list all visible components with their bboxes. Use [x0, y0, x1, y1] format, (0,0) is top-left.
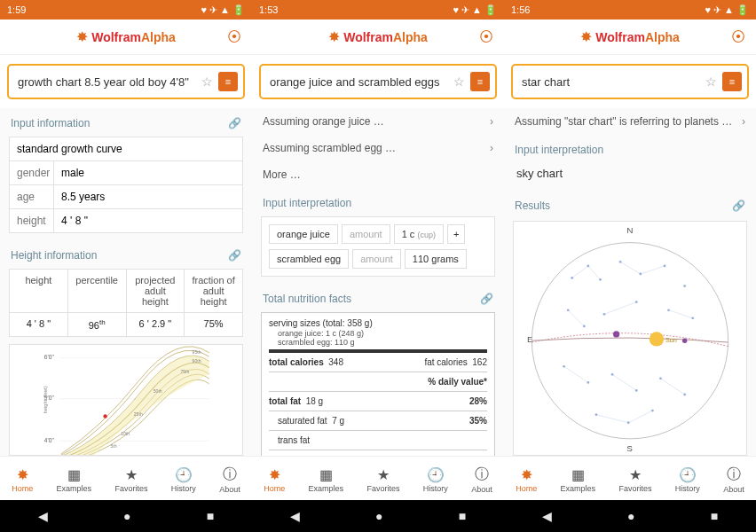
favorite-icon[interactable]: ☆ — [705, 74, 717, 89]
svg-point-15 — [532, 243, 728, 439]
svg-text:95th: 95th — [193, 349, 201, 355]
bottom-nav: ✸Home ▦Examples ★Favorites 🕘History ⓘAbo… — [252, 456, 504, 500]
amount-chip[interactable]: amount — [352, 249, 401, 269]
status-icons: ♥ ✈ ▲ 🔋 — [705, 4, 749, 16]
home-button[interactable]: ● — [627, 509, 634, 523]
svg-text:Sun: Sun — [665, 336, 677, 344]
qty-chip[interactable]: 1 c (cup) — [394, 224, 444, 244]
share-icon[interactable]: ⦿ — [227, 29, 241, 45]
food-chip[interactable]: orange juice — [269, 224, 338, 244]
chevron-right-icon: › — [490, 115, 493, 128]
spikey-icon: ✸ — [328, 28, 340, 45]
svg-point-25 — [664, 265, 666, 268]
nav-about[interactable]: ⓘAbout — [471, 466, 492, 494]
nav-favorites[interactable]: ★Favorites — [366, 466, 399, 493]
svg-point-16 — [650, 332, 664, 346]
link-icon[interactable]: 🔗 — [228, 117, 241, 129]
input-table: standard growth curve gendermale age8.5 … — [9, 137, 243, 233]
qty-chip[interactable]: 110 grams — [405, 249, 467, 269]
home-icon: ✸ — [17, 466, 28, 483]
link-icon[interactable]: 🔗 — [480, 293, 493, 305]
section-nutrition: Total nutrition facts 🔗 — [252, 284, 504, 312]
recents-button[interactable]: ■ — [459, 509, 466, 523]
amount-chip[interactable]: amount — [342, 224, 390, 244]
section-height-info: Height information 🔗 — [0, 240, 252, 269]
svg-text:25th: 25th — [134, 411, 143, 417]
svg-point-30 — [635, 301, 638, 303]
back-button[interactable]: ◀ — [38, 509, 48, 523]
svg-line-51 — [660, 379, 684, 395]
svg-line-45 — [641, 266, 665, 274]
search-wrap: ☆ ≡ — [252, 55, 504, 108]
app-header: ✸ WolframAlpha ⦿ — [252, 20, 504, 55]
compass-n: N — [626, 225, 633, 235]
nav-about[interactable]: ⓘAbout — [723, 466, 744, 494]
nav-favorites[interactable]: ★Favorites — [114, 466, 147, 493]
search-box[interactable]: ☆ ≡ — [511, 64, 749, 99]
system-nav: ◀ ● ■ — [0, 500, 252, 532]
nav-examples[interactable]: ▦Examples — [309, 466, 344, 493]
svg-text:6'0": 6'0" — [44, 354, 55, 360]
home-button[interactable]: ● — [123, 509, 130, 523]
favorite-icon[interactable]: ☆ — [453, 74, 465, 89]
share-icon[interactable]: ⦿ — [479, 29, 493, 45]
status-bar: 1:53 ♥ ✈ ▲ 🔋 — [252, 0, 504, 20]
nav-examples[interactable]: ▦Examples — [561, 466, 596, 493]
svg-line-52 — [596, 415, 628, 423]
svg-text:75th: 75th — [180, 369, 189, 374]
back-button[interactable]: ◀ — [290, 509, 300, 523]
nav-examples[interactable]: ▦Examples — [57, 466, 92, 493]
wolfram-logo[interactable]: ✸ WolframAlpha — [76, 28, 176, 45]
wolfram-logo[interactable]: ✸ WolframAlpha — [580, 28, 680, 45]
submit-button[interactable]: ≡ — [470, 72, 490, 91]
link-icon[interactable]: 🔗 — [732, 200, 745, 212]
search-input[interactable] — [270, 75, 448, 89]
add-button[interactable]: + — [447, 224, 465, 244]
svg-point-31 — [667, 309, 670, 311]
recents-button[interactable]: ■ — [711, 509, 718, 523]
food-chip[interactable]: scrambled egg — [269, 249, 349, 269]
svg-text:5th: 5th — [110, 442, 116, 448]
status-bar: 1:56 ♥ ✈ ▲ 🔋 — [504, 0, 756, 20]
nav-history[interactable]: 🕘History — [675, 466, 700, 493]
nav-home[interactable]: ✸Home — [12, 466, 33, 493]
nav-home[interactable]: ✸Home — [264, 466, 285, 493]
grid-icon: ▦ — [67, 466, 81, 483]
section-interpretation: Input interpretation — [504, 135, 756, 163]
search-box[interactable]: ☆ ≡ — [259, 64, 497, 99]
system-nav: ◀ ● ■ — [504, 500, 756, 532]
svg-text:10th: 10th — [121, 431, 130, 436]
clock: 1:53 — [259, 4, 278, 15]
nav-history[interactable]: 🕘History — [171, 466, 196, 493]
nav-favorites[interactable]: ★Favorites — [618, 466, 651, 493]
nav-history[interactable]: 🕘History — [423, 466, 448, 493]
status-bar: 1:59 ♥ ✈ ▲ 🔋 — [0, 0, 252, 20]
assumption-row[interactable]: Assuming orange juice …› — [252, 108, 504, 135]
submit-button[interactable]: ≡ — [722, 72, 742, 91]
back-button[interactable]: ◀ — [542, 509, 552, 523]
favorite-icon[interactable]: ☆ — [201, 74, 213, 89]
assumption-row[interactable]: Assuming "star chart" is referring to pl… — [504, 108, 756, 135]
sky-chart: N S E Sun — [513, 221, 747, 456]
nav-home[interactable]: ✸Home — [516, 466, 537, 493]
star-icon: ★ — [125, 466, 138, 483]
status-icons: ♥ ✈ ▲ 🔋 — [453, 4, 497, 16]
search-box[interactable]: ☆ ≡ — [7, 64, 245, 99]
growth-chart: 6'0" 5'0" 4'0" 95th 90th 75th 50th 2 — [9, 344, 243, 456]
submit-button[interactable]: ≡ — [218, 72, 238, 91]
more-link[interactable]: More … — [252, 161, 504, 188]
assumption-row[interactable]: Assuming scrambled egg …› — [252, 135, 504, 161]
recents-button[interactable]: ■ — [207, 509, 214, 523]
search-input[interactable] — [18, 75, 196, 89]
home-button[interactable]: ● — [375, 509, 382, 523]
svg-line-44 — [620, 262, 641, 274]
interpretation-box: orange juice amount 1 c (cup) + scramble… — [261, 216, 495, 277]
svg-text:50th: 50th — [154, 388, 162, 394]
svg-point-26 — [683, 285, 686, 287]
nav-about[interactable]: ⓘAbout — [219, 466, 240, 494]
svg-text:4'0": 4'0" — [44, 436, 55, 442]
link-icon[interactable]: 🔗 — [228, 249, 241, 262]
share-icon[interactable]: ⦿ — [731, 29, 745, 45]
search-input[interactable] — [522, 75, 700, 89]
wolfram-logo[interactable]: ✸ WolframAlpha — [328, 28, 428, 45]
